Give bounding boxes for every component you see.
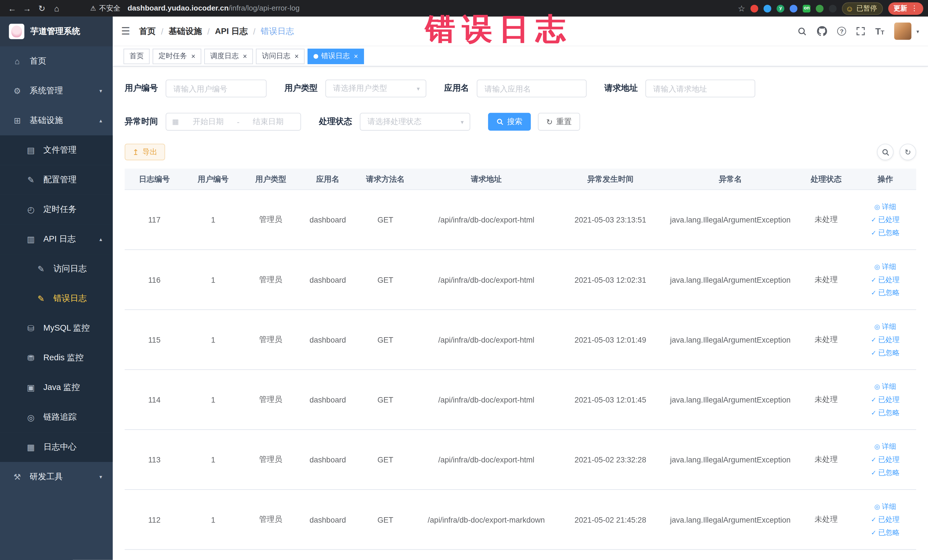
extension-icon[interactable] <box>816 5 824 12</box>
warning-icon: ⚠ <box>90 5 96 12</box>
extension-icon[interactable] <box>751 5 758 12</box>
help-icon[interactable]: ? <box>837 27 846 36</box>
app-logo[interactable]: 芋道管理系统 <box>0 17 113 46</box>
breadcrumb-item[interactable]: API 日志 <box>215 26 247 37</box>
site-security-chip[interactable]: ⚠ 不安全 <box>90 3 121 13</box>
action-detail[interactable]: ◎详细 <box>875 502 896 511</box>
filter-app-name: 应用名 <box>444 79 587 97</box>
action-mark-ignored[interactable]: ✓已忽略 <box>871 348 899 358</box>
extension-icon[interactable] <box>764 5 771 12</box>
action-label: 详细 <box>882 262 896 272</box>
action-mark-processed[interactable]: ✓已处理 <box>871 275 899 285</box>
action-mark-ignored[interactable]: ✓已忽略 <box>871 528 899 537</box>
chevron-down-icon: ▾ <box>461 118 464 125</box>
close-icon[interactable]: × <box>295 52 299 60</box>
app-name-input[interactable] <box>477 79 586 97</box>
update-label: 更新 <box>893 4 907 13</box>
tab-4[interactable]: 错误日志× <box>308 49 364 64</box>
browser-update-button[interactable]: 更新 ⋮ <box>888 2 923 15</box>
sidebar-item-2[interactable]: ⊞基础设施▴ <box>0 105 113 135</box>
action-mark-processed[interactable]: ✓已处理 <box>871 514 899 524</box>
cell-method: GET <box>356 275 415 284</box>
sidebar-item-11[interactable]: ▣Java 监控 <box>0 373 113 403</box>
refresh-table-button[interactable]: ↻ <box>899 144 916 160</box>
sidebar-item-5[interactable]: ◴定时任务 <box>0 195 113 224</box>
user-type-select[interactable]: 请选择用户类型 ▾ <box>325 79 426 97</box>
forward-icon[interactable]: → <box>20 3 35 13</box>
action-detail[interactable]: ◎详细 <box>875 381 896 391</box>
action-mark-ignored[interactable]: ✓已忽略 <box>871 468 899 478</box>
tab-0[interactable]: 首页 <box>124 49 150 64</box>
close-icon[interactable]: × <box>191 52 195 60</box>
breadcrumb-item[interactable]: 首页 <box>139 26 156 37</box>
sidebar-item-0[interactable]: ⌂首页 <box>0 46 113 76</box>
sidebar-item-14[interactable]: ⚒研发工具▾ <box>0 462 113 491</box>
cell-user_type: 管理员 <box>242 214 299 225</box>
address-bar[interactable]: dashboard.yudao.iocoder.cn/infra/log/api… <box>128 4 299 12</box>
extension-icon[interactable]: on <box>803 5 810 12</box>
sidebar-item-8[interactable]: ✎错误日志 <box>0 284 113 314</box>
sidebar-item-9[interactable]: ⛁MySQL 监控 <box>0 314 113 343</box>
chevron-down-icon[interactable]: ▾ <box>916 28 919 34</box>
tab-1[interactable]: 定时任务× <box>153 49 201 64</box>
breadcrumb-item[interactable]: 基础设施 <box>169 26 202 37</box>
paused-extension-chip[interactable]: ☺ 已暂停 <box>842 2 883 15</box>
action-mark-processed[interactable]: ✓已处理 <box>871 455 899 464</box>
request-url-input[interactable] <box>645 79 755 97</box>
close-icon[interactable]: × <box>354 52 358 60</box>
search-button[interactable]: 搜索 <box>488 113 531 130</box>
action-detail[interactable]: ◎详细 <box>875 262 896 272</box>
table-row: 1131管理员dashboardGET/api/infra/db-doc/exp… <box>125 430 916 490</box>
github-icon[interactable] <box>817 26 827 36</box>
eye-icon: ◎ <box>875 203 880 211</box>
exception-time-range-picker[interactable]: ▦ 开始日期 - 结束日期 <box>166 113 301 130</box>
extension-icon[interactable]: y <box>777 5 785 12</box>
extension-icon[interactable] <box>829 5 837 12</box>
browser-home-icon[interactable]: ⌂ <box>49 3 64 13</box>
user-avatar[interactable] <box>894 23 911 40</box>
sidebar-item-10[interactable]: ⛃Redis 监控 <box>0 343 113 373</box>
sidebar-item-1[interactable]: ⚙系统管理▾ <box>0 76 113 105</box>
action-mark-processed[interactable]: ✓已处理 <box>871 215 899 224</box>
reload-icon[interactable]: ↻ <box>35 3 49 13</box>
sidebar-item-7[interactable]: ✎访问日志 <box>0 254 113 284</box>
tab-3[interactable]: 访问日志× <box>256 49 305 64</box>
table-toolbar-right: ↻ <box>877 144 916 160</box>
cell-exception: java.lang.IllegalArgumentException <box>663 335 798 344</box>
action-mark-ignored[interactable]: ✓已忽略 <box>871 288 899 298</box>
sidebar-item-12[interactable]: ◎链路追踪 <box>0 403 113 432</box>
action-mark-ignored[interactable]: ✓已忽略 <box>871 407 899 418</box>
cell-id: 114 <box>125 395 184 404</box>
search-icon[interactable] <box>798 26 807 36</box>
process-status-select[interactable]: 请选择处理状态 ▾ <box>360 113 470 130</box>
action-detail[interactable]: ◎详细 <box>875 202 896 212</box>
hamburger-icon[interactable]: ☰ <box>121 25 130 37</box>
user-id-input[interactable] <box>166 79 267 97</box>
cell-exception: java.lang.IllegalArgumentException <box>663 275 798 284</box>
fullscreen-icon[interactable] <box>856 27 865 36</box>
bookmark-star-icon[interactable]: ☆ <box>738 3 745 13</box>
reset-button-label: 重置 <box>556 116 572 127</box>
browser-menu-icon[interactable]: ⋮ <box>911 4 918 12</box>
app-title: 芋道管理系统 <box>30 26 80 37</box>
sidebar-item-3[interactable]: ▤文件管理 <box>0 136 113 165</box>
sidebar-item-6[interactable]: ▥API 日志▴ <box>0 224 113 254</box>
back-icon[interactable]: ← <box>5 3 20 13</box>
font-size-icon[interactable]: TT <box>875 27 884 36</box>
action-detail[interactable]: ◎详细 <box>875 441 896 451</box>
extension-icon[interactable] <box>790 5 798 12</box>
reset-button[interactable]: ↻ 重置 <box>538 113 580 130</box>
extension-icons: yon <box>751 5 837 12</box>
close-icon[interactable]: × <box>243 52 247 60</box>
action-label: 详细 <box>882 381 896 391</box>
action-mark-processed[interactable]: ✓已处理 <box>871 395 899 404</box>
action-mark-ignored[interactable]: ✓已忽略 <box>871 227 899 238</box>
tab-2[interactable]: 调度日志× <box>204 49 253 64</box>
export-button[interactable]: ↥ 导出 <box>125 144 165 160</box>
action-detail[interactable]: ◎详细 <box>875 322 896 331</box>
action-label: 已处理 <box>878 335 899 345</box>
sidebar-item-4[interactable]: ✎配置管理 <box>0 165 113 195</box>
sidebar-item-13[interactable]: ▦日志中心 <box>0 432 113 462</box>
action-mark-processed[interactable]: ✓已处理 <box>871 335 899 345</box>
toggle-search-button[interactable] <box>877 144 893 160</box>
